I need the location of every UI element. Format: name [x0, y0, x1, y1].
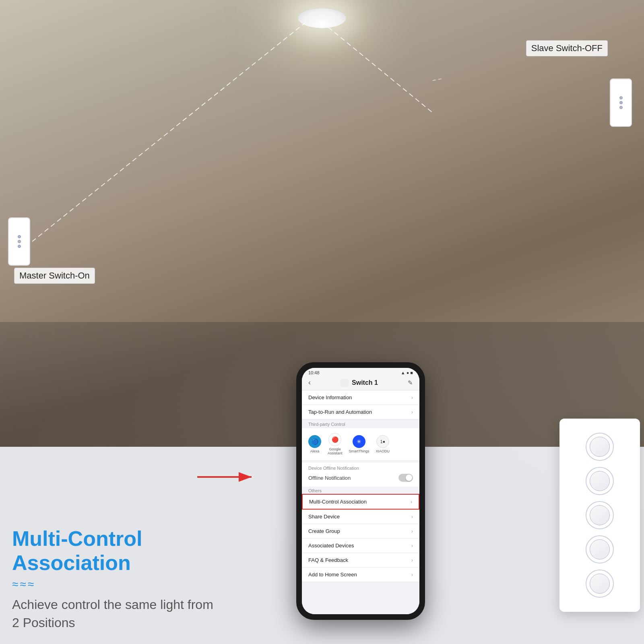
chevron-multi-control: › [411, 499, 412, 505]
phone-status-bar: 10:48 ▲ ● ■ [302, 368, 419, 377]
third-party-label: Third-party Control [302, 419, 419, 428]
chevron-create-group: › [411, 528, 413, 534]
switch-btn-4[interactable] [586, 535, 614, 564]
phone-menu-list: Device Information › Tap-to-Run and Auto… [302, 390, 419, 614]
switch-btn-2[interactable] [586, 467, 614, 495]
slave-switch [610, 78, 632, 127]
offline-section-label: Device Offline Notification [308, 466, 413, 472]
master-switch [8, 217, 30, 266]
chevron-associated-devices: › [411, 543, 413, 549]
slave-label-text: Slave Switch-OFF [531, 43, 603, 53]
switch-btn-inner-3 [590, 505, 610, 525]
ceiling-light [298, 8, 346, 28]
tp-google[interactable]: 🔴 GoogleAssistant [328, 433, 343, 455]
subtitle-line2: 2 Positions [12, 615, 75, 630]
menu-item-associated-devices[interactable]: Associated Devices › [302, 539, 419, 553]
menu-section-top: Device Information › Tap-to-Run and Auto… [302, 390, 419, 419]
phone-mockup: 10:48 ▲ ● ■ ‹ Switch 1 ✎ Device Informat… [296, 362, 425, 620]
switch-dot-5 [18, 240, 21, 243]
menu-label-device-info: Device Information [308, 394, 352, 400]
xiaodu-label: XIAODU [376, 449, 390, 453]
alexa-icon: 🔵 [308, 435, 321, 448]
menu-item-tap-to-run[interactable]: Tap-to-Run and Automation › [302, 405, 419, 419]
third-party-section: 🔵 Alexa 🔴 GoogleAssistant ✳ SmartThings … [302, 428, 419, 460]
switch-btn-5[interactable] [586, 570, 614, 598]
phone-icons: ▲ ● ■ [401, 370, 413, 375]
main-title: Multi-Control Association [12, 526, 254, 575]
smartthings-label: SmartThings [349, 449, 369, 453]
switch-dot-1 [619, 96, 623, 99]
switch-btn-1[interactable] [586, 433, 614, 461]
others-section-label: Others [302, 487, 419, 494]
offline-section: Device Offline Notification Offline Noti… [302, 460, 419, 487]
menu-item-create-group[interactable]: Create Group › [302, 524, 419, 539]
switch-dot-3 [619, 106, 623, 109]
offline-label: Offline Notification [308, 475, 351, 481]
menu-item-multi-control[interactable]: Multi-Control Association › [302, 494, 419, 510]
chevron-faq: › [411, 557, 413, 563]
menu-label-multi-control: Multi-Control Association [309, 499, 367, 505]
switch-btn-3[interactable] [586, 501, 614, 529]
wave-lines: ≈≈≈ [12, 578, 254, 591]
master-label-text: Master Switch-On [19, 270, 90, 281]
chevron-share-device: › [411, 514, 413, 520]
back-icon[interactable]: ‹ [308, 378, 311, 387]
menu-item-add-home[interactable]: Add to Home Screen › [302, 568, 419, 582]
phone-time: 10:48 [308, 370, 320, 375]
switch-btn-inner-2 [590, 471, 610, 491]
smart-switch-panel [559, 419, 640, 612]
phone-header: ‹ Switch 1 ✎ [302, 377, 419, 390]
switch-dot-2 [619, 101, 623, 104]
edit-icon[interactable]: ✎ [408, 379, 413, 386]
menu-label-add-home: Add to Home Screen [308, 572, 357, 578]
phone-screen: 10:48 ▲ ● ■ ‹ Switch 1 ✎ Device Informat… [302, 368, 419, 614]
subtitle: Achieve control the same light from 2 Po… [12, 596, 254, 632]
menu-label-faq: FAQ & Feedback [308, 557, 348, 563]
google-label: GoogleAssistant [328, 447, 343, 455]
switch-btn-inner-1 [590, 437, 610, 457]
phone-title: Switch 1 [352, 379, 378, 386]
switch-btn-inner-4 [590, 539, 610, 559]
master-switch-label: Master Switch-On [14, 268, 95, 284]
menu-item-device-info[interactable]: Device Information › [302, 390, 419, 405]
menu-label-tap-to-run: Tap-to-Run and Automation [308, 409, 372, 415]
chevron-add-home: › [411, 572, 413, 578]
menu-label-create-group: Create Group [308, 528, 340, 534]
offline-toggle[interactable] [398, 474, 413, 482]
tp-smartthings[interactable]: ✳ SmartThings [349, 435, 369, 453]
device-icon [341, 379, 349, 387]
menu-label-share-device: Share Device [308, 514, 340, 520]
others-section: Multi-Control Association › Share Device… [302, 494, 419, 582]
chevron-tap-to-run: › [411, 409, 413, 415]
smartthings-icon: ✳ [353, 435, 365, 448]
alexa-label: Alexa [310, 449, 320, 453]
chevron-device-info: › [411, 395, 413, 400]
switch-dot-4 [18, 235, 21, 238]
menu-item-faq[interactable]: FAQ & Feedback › [302, 553, 419, 568]
google-icon: 🔴 [328, 433, 341, 446]
bottom-text-section: Multi-Control Association ≈≈≈ Achieve co… [12, 526, 254, 632]
third-party-icons: 🔵 Alexa 🔴 GoogleAssistant ✳ SmartThings … [308, 431, 413, 457]
xiaodu-icon: 1● [376, 435, 389, 448]
subtitle-line1: Achieve control the same light from [12, 597, 213, 612]
offline-row: Offline Notification [308, 472, 413, 483]
switch-dot-6 [18, 245, 21, 248]
header-title-area: Switch 1 [341, 379, 378, 387]
tp-alexa[interactable]: 🔵 Alexa [308, 435, 321, 453]
menu-label-associated-devices: Associated Devices [308, 543, 354, 549]
tp-xiaodu[interactable]: 1● XIAODU [376, 435, 390, 453]
menu-item-share-device[interactable]: Share Device › [302, 510, 419, 524]
toggle-knob [406, 475, 412, 481]
red-arrow [193, 467, 258, 487]
slave-switch-label: Slave Switch-OFF [526, 40, 608, 56]
switch-btn-inner-5 [590, 574, 610, 594]
